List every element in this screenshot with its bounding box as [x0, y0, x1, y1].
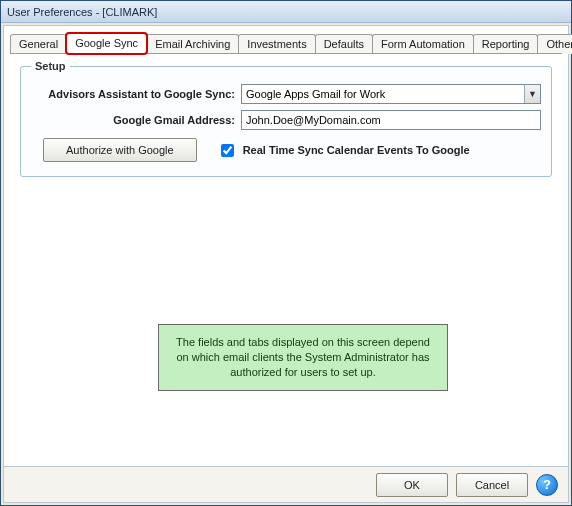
chevron-down-icon[interactable]: ▼: [524, 85, 540, 103]
cancel-button[interactable]: Cancel: [456, 473, 528, 497]
client-area: General Google Sync Email Archiving Inve…: [3, 25, 569, 503]
tab-email-archiving[interactable]: Email Archiving: [146, 34, 239, 54]
footer: OK Cancel ?: [4, 466, 568, 502]
row-actions: Authorize with Google Real Time Sync Cal…: [43, 138, 541, 162]
tab-investments[interactable]: Investments: [238, 34, 315, 54]
aa-to-google-label: Advisors Assistant to Google Sync:: [31, 88, 241, 100]
window-title: User Preferences - [CLIMARK]: [7, 6, 157, 18]
realtime-sync-label: Real Time Sync Calendar Events To Google: [243, 144, 470, 156]
tab-form-automation[interactable]: Form Automation: [372, 34, 474, 54]
row-gmail-address: Google Gmail Address:: [31, 110, 541, 130]
aa-to-google-combo[interactable]: ▼: [241, 84, 541, 104]
help-icon[interactable]: ?: [536, 474, 558, 496]
authorize-with-google-button[interactable]: Authorize with Google: [43, 138, 197, 162]
tab-reporting[interactable]: Reporting: [473, 34, 539, 54]
tab-google-sync[interactable]: Google Sync: [66, 33, 147, 54]
setup-legend: Setup: [31, 60, 70, 72]
setup-group: Setup Advisors Assistant to Google Sync:…: [20, 60, 552, 177]
gmail-label: Google Gmail Address:: [31, 114, 241, 126]
tab-defaults[interactable]: Defaults: [315, 34, 373, 54]
titlebar: User Preferences - [CLIMARK]: [1, 1, 571, 23]
row-aa-to-google: Advisors Assistant to Google Sync: ▼: [31, 84, 541, 104]
info-note: The fields and tabs displayed on this sc…: [158, 324, 448, 391]
gmail-address-field[interactable]: [241, 110, 541, 130]
ok-button[interactable]: OK: [376, 473, 448, 497]
tabstrip: General Google Sync Email Archiving Inve…: [4, 26, 568, 53]
realtime-sync-wrap[interactable]: Real Time Sync Calendar Events To Google: [217, 141, 470, 160]
aa-to-google-value[interactable]: [241, 84, 541, 104]
tab-general[interactable]: General: [10, 34, 67, 54]
tab-other-passwords[interactable]: Other Passwords: [537, 34, 572, 54]
tab-body: Setup Advisors Assistant to Google Sync:…: [10, 53, 562, 466]
realtime-sync-checkbox[interactable]: [221, 144, 234, 157]
preferences-window: User Preferences - [CLIMARK] General Goo…: [0, 0, 572, 506]
